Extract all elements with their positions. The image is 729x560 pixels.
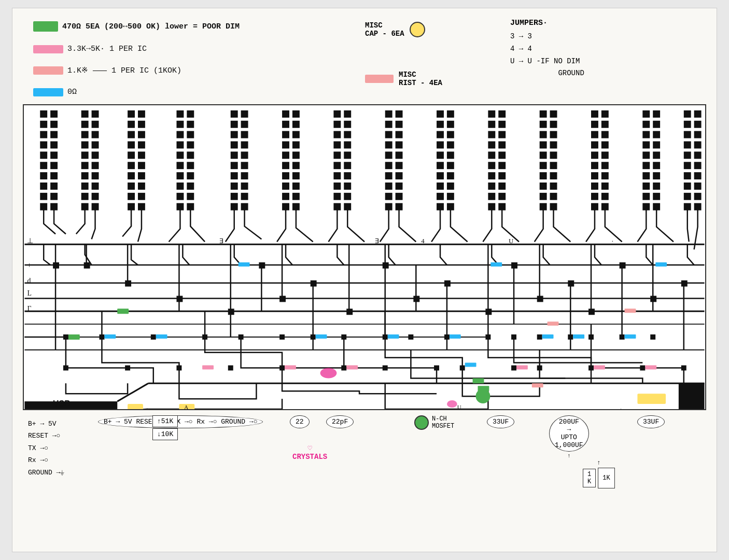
svg-rect-16 (50, 183, 58, 190)
crystal-22-item: 22 (290, 415, 310, 428)
svg-rect-227 (591, 142, 598, 149)
svg-rect-186 (498, 131, 506, 138)
svg-rect-38 (92, 193, 99, 200)
svg-rect-192 (498, 162, 506, 169)
svg-point-401 (320, 368, 337, 379)
svg-rect-68 (187, 142, 194, 149)
svg-rect-151 (385, 162, 392, 169)
svg-rect-138 (344, 193, 351, 200)
svg-rect-201 (540, 110, 547, 118)
svg-rect-374 (473, 378, 484, 383)
svg-rect-358 (63, 366, 68, 371)
svg-rect-166 (447, 131, 454, 138)
svg-rect-123 (333, 121, 341, 128)
svg-rect-152 (396, 162, 403, 169)
svg-rect-272 (694, 162, 702, 169)
svg-rect-14 (50, 172, 58, 179)
svg-rect-218 (550, 193, 557, 200)
svg-rect-67 (176, 142, 184, 149)
svg-rect-353 (537, 334, 542, 340)
svg-rect-235 (591, 183, 598, 190)
svg-rect-41 (128, 110, 135, 118)
svg-rect-331 (444, 281, 451, 287)
svg-rect-70 (187, 151, 194, 159)
svg-rect-18 (50, 193, 58, 200)
svg-rect-345 (279, 334, 285, 340)
legend-area: 470Ω 5EA (200↔500 OK) lower = POOR DIM 3… (23, 13, 706, 104)
svg-rect-182 (498, 110, 506, 118)
svg-rect-5 (40, 131, 47, 138)
usb-reset: RESET →○ (28, 430, 64, 442)
svg-rect-321 (84, 262, 90, 269)
svg-rect-47 (128, 142, 135, 149)
svg-rect-111 (282, 162, 289, 169)
res-1k-bottom-item: ↑ 1K 1K (583, 459, 615, 488)
main-page: 470Ω 5EA (200↔500 OK) lower = POOR DIM 3… (12, 8, 717, 552)
svg-rect-351 (485, 334, 490, 340)
svg-rect-222 (601, 110, 609, 118)
svg-rect-395 (548, 321, 559, 326)
svg-rect-336 (588, 309, 595, 315)
svg-rect-226 (601, 131, 609, 138)
svg-text:+: + (27, 261, 31, 269)
svg-rect-30 (92, 151, 99, 159)
svg-rect-223 (591, 121, 598, 128)
svg-rect-266 (694, 131, 702, 138)
svg-rect-124 (344, 121, 351, 128)
svg-rect-207 (540, 142, 547, 149)
svg-rect-261 (684, 110, 691, 118)
svg-rect-271 (684, 162, 691, 169)
svg-rect-108 (292, 142, 300, 149)
svg-rect-4 (50, 121, 58, 128)
svg-rect-94 (241, 172, 248, 179)
svg-rect-187 (488, 142, 495, 149)
jumpers-lines: 3 → 3 4 → 4 U → U -IF NO DIM GROUND (510, 31, 584, 80)
cap-33uf2-item: 33UF (637, 415, 665, 428)
svg-rect-254 (653, 172, 660, 179)
svg-rect-184 (498, 121, 506, 128)
svg-rect-115 (282, 183, 289, 190)
svg-rect-52 (138, 162, 145, 169)
legend-1k: 1.K※ ——— 1 PER IC (1KOK) (33, 65, 181, 75)
svg-rect-244 (653, 121, 660, 128)
svg-rect-228 (601, 142, 609, 149)
svg-rect-368 (537, 366, 542, 371)
svg-text:4: 4 (261, 260, 265, 268)
svg-rect-114 (292, 172, 300, 179)
svg-rect-381 (388, 334, 399, 339)
svg-point-402 (447, 400, 457, 408)
legend-0ohm-label: 0Ω (67, 88, 77, 96)
svg-rect-22 (92, 110, 99, 118)
svg-rect-157 (385, 193, 392, 200)
swatch-rist (365, 75, 394, 83)
svg-rect-145 (385, 131, 392, 138)
legend-misc-rist-label: MISCRIST - 4EA (399, 71, 442, 87)
svg-rect-195 (488, 183, 495, 190)
svg-rect-237 (591, 193, 598, 200)
svg-rect-96 (241, 183, 248, 190)
svg-rect-276 (694, 183, 702, 190)
svg-rect-62 (187, 110, 194, 118)
svg-rect-65 (176, 131, 184, 138)
legend-0ohm: 0Ω (33, 88, 77, 96)
svg-rect-278 (694, 193, 702, 200)
svg-rect-361 (228, 366, 233, 371)
svg-point-376 (476, 389, 490, 403)
svg-rect-242 (653, 110, 660, 118)
swatch-green (33, 21, 58, 32)
svg-rect-349 (408, 334, 413, 340)
svg-rect-357 (650, 334, 655, 340)
svg-rect-215 (540, 183, 547, 190)
svg-rect-44 (138, 121, 145, 128)
svg-rect-75 (176, 183, 184, 190)
svg-rect-274 (694, 172, 702, 179)
svg-rect-130 (344, 151, 351, 159)
svg-rect-23 (81, 121, 89, 128)
svg-rect-328 (346, 309, 353, 315)
svg-rect-202 (550, 110, 557, 118)
svg-rect-21 (81, 110, 89, 118)
svg-rect-6 (50, 131, 58, 138)
svg-rect-365 (434, 366, 439, 371)
svg-rect-107 (282, 142, 289, 149)
svg-rect-348 (383, 334, 388, 340)
